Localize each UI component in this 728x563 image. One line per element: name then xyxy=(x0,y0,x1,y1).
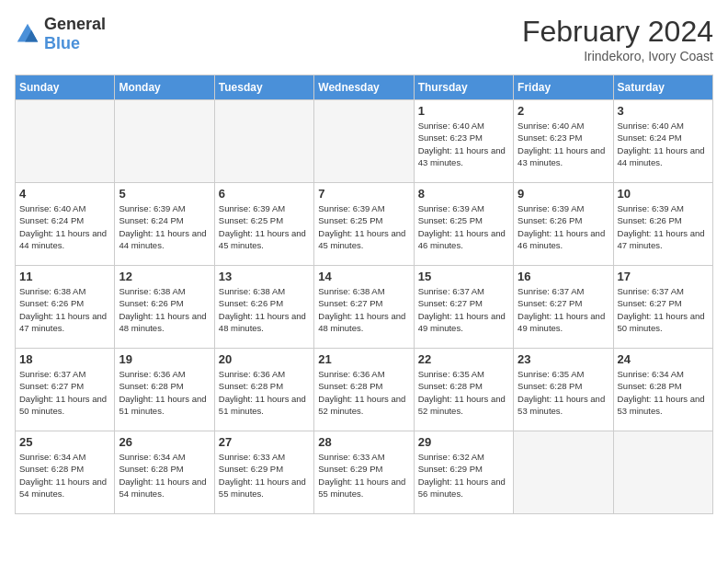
column-header-saturday: Saturday xyxy=(613,75,712,100)
calendar-cell: 17Sunrise: 6:37 AMSunset: 6:27 PMDayligh… xyxy=(613,266,712,349)
calendar-cell: 18Sunrise: 6:37 AMSunset: 6:27 PMDayligh… xyxy=(16,349,115,431)
day-sun-info: Sunrise: 6:39 AMSunset: 6:25 PMDaylight:… xyxy=(219,202,310,251)
day-number: 15 xyxy=(418,270,509,283)
day-sun-info: Sunrise: 6:39 AMSunset: 6:24 PMDaylight:… xyxy=(119,202,210,251)
calendar-cell: 15Sunrise: 6:37 AMSunset: 6:27 PMDayligh… xyxy=(414,266,513,349)
column-header-monday: Monday xyxy=(115,75,214,100)
day-sun-info: Sunrise: 6:37 AMSunset: 6:27 PMDaylight:… xyxy=(518,285,609,334)
calendar-cell: 11Sunrise: 6:38 AMSunset: 6:26 PMDayligh… xyxy=(16,266,115,349)
day-number: 17 xyxy=(618,270,709,283)
calendar-cell: 29Sunrise: 6:32 AMSunset: 6:29 PMDayligh… xyxy=(414,431,513,514)
day-number: 8 xyxy=(418,187,509,201)
calendar-week-row: 4Sunrise: 6:40 AMSunset: 6:24 PMDaylight… xyxy=(16,183,713,266)
calendar-cell: 23Sunrise: 6:35 AMSunset: 6:28 PMDayligh… xyxy=(514,349,613,431)
day-number: 5 xyxy=(119,187,210,201)
calendar-cell: 10Sunrise: 6:39 AMSunset: 6:26 PMDayligh… xyxy=(613,183,712,266)
day-sun-info: Sunrise: 6:36 AMSunset: 6:28 PMDaylight:… xyxy=(119,368,210,417)
day-number: 11 xyxy=(19,270,110,283)
day-number: 29 xyxy=(418,435,509,449)
day-number: 9 xyxy=(518,187,609,201)
calendar-week-row: 25Sunrise: 6:34 AMSunset: 6:28 PMDayligh… xyxy=(16,431,713,514)
calendar-cell: 6Sunrise: 6:39 AMSunset: 6:25 PMDaylight… xyxy=(214,183,313,266)
page-header: General Blue February 2024 Irindekoro, I… xyxy=(15,15,713,63)
calendar-cell: 27Sunrise: 6:33 AMSunset: 6:29 PMDayligh… xyxy=(214,431,313,514)
day-number: 7 xyxy=(318,187,409,201)
calendar-cell xyxy=(115,100,214,183)
day-sun-info: Sunrise: 6:35 AMSunset: 6:28 PMDaylight:… xyxy=(518,368,609,417)
day-number: 22 xyxy=(418,352,509,366)
calendar-cell: 7Sunrise: 6:39 AMSunset: 6:25 PMDaylight… xyxy=(314,183,414,266)
day-sun-info: Sunrise: 6:38 AMSunset: 6:26 PMDaylight:… xyxy=(19,285,110,334)
day-number: 3 xyxy=(618,104,709,118)
day-sun-info: Sunrise: 6:40 AMSunset: 6:23 PMDaylight:… xyxy=(418,120,509,168)
day-sun-info: Sunrise: 6:40 AMSunset: 6:23 PMDaylight:… xyxy=(518,120,609,168)
day-number: 13 xyxy=(219,270,310,283)
day-sun-info: Sunrise: 6:36 AMSunset: 6:28 PMDaylight:… xyxy=(318,368,409,417)
day-sun-info: Sunrise: 6:37 AMSunset: 6:27 PMDaylight:… xyxy=(19,368,110,417)
calendar-cell: 5Sunrise: 6:39 AMSunset: 6:24 PMDaylight… xyxy=(115,183,214,266)
day-sun-info: Sunrise: 6:34 AMSunset: 6:28 PMDaylight:… xyxy=(119,451,210,500)
location-subtitle: Irindekoro, Ivory Coast xyxy=(522,49,713,63)
day-sun-info: Sunrise: 6:36 AMSunset: 6:28 PMDaylight:… xyxy=(219,368,310,417)
calendar-week-row: 18Sunrise: 6:37 AMSunset: 6:27 PMDayligh… xyxy=(16,349,713,431)
day-number: 2 xyxy=(518,104,609,118)
day-number: 26 xyxy=(119,435,210,449)
day-sun-info: Sunrise: 6:38 AMSunset: 6:26 PMDaylight:… xyxy=(119,285,210,334)
column-header-thursday: Thursday xyxy=(414,75,513,100)
calendar-cell: 1Sunrise: 6:40 AMSunset: 6:23 PMDaylight… xyxy=(414,100,513,183)
day-sun-info: Sunrise: 6:33 AMSunset: 6:29 PMDaylight:… xyxy=(219,451,310,500)
calendar-cell: 25Sunrise: 6:34 AMSunset: 6:28 PMDayligh… xyxy=(16,431,115,514)
day-number: 10 xyxy=(618,187,709,201)
day-number: 23 xyxy=(518,352,609,366)
day-sun-info: Sunrise: 6:38 AMSunset: 6:26 PMDaylight:… xyxy=(219,285,310,334)
calendar-cell: 26Sunrise: 6:34 AMSunset: 6:28 PMDayligh… xyxy=(115,431,214,514)
calendar-cell: 12Sunrise: 6:38 AMSunset: 6:26 PMDayligh… xyxy=(115,266,214,349)
day-number: 21 xyxy=(318,352,409,366)
day-number: 18 xyxy=(19,352,110,366)
day-sun-info: Sunrise: 6:39 AMSunset: 6:25 PMDaylight:… xyxy=(318,202,409,251)
calendar-cell: 22Sunrise: 6:35 AMSunset: 6:28 PMDayligh… xyxy=(414,349,513,431)
calendar-cell: 9Sunrise: 6:39 AMSunset: 6:26 PMDaylight… xyxy=(514,183,613,266)
day-sun-info: Sunrise: 6:39 AMSunset: 6:26 PMDaylight:… xyxy=(518,202,609,251)
calendar-cell: 8Sunrise: 6:39 AMSunset: 6:25 PMDaylight… xyxy=(414,183,513,266)
day-sun-info: Sunrise: 6:38 AMSunset: 6:27 PMDaylight:… xyxy=(318,285,409,334)
day-sun-info: Sunrise: 6:40 AMSunset: 6:24 PMDaylight:… xyxy=(618,120,709,168)
calendar-cell xyxy=(613,431,712,514)
calendar-cell: 13Sunrise: 6:38 AMSunset: 6:26 PMDayligh… xyxy=(214,266,313,349)
header-row: SundayMondayTuesdayWednesdayThursdayFrid… xyxy=(16,75,713,100)
calendar-cell xyxy=(16,100,115,183)
calendar-cell: 28Sunrise: 6:33 AMSunset: 6:29 PMDayligh… xyxy=(314,431,414,514)
day-sun-info: Sunrise: 6:34 AMSunset: 6:28 PMDaylight:… xyxy=(19,451,110,500)
column-header-friday: Friday xyxy=(514,75,613,100)
calendar-cell xyxy=(514,431,613,514)
day-number: 1 xyxy=(418,104,509,118)
day-sun-info: Sunrise: 6:37 AMSunset: 6:27 PMDaylight:… xyxy=(618,285,709,334)
calendar-cell: 21Sunrise: 6:36 AMSunset: 6:28 PMDayligh… xyxy=(314,349,414,431)
calendar-cell: 3Sunrise: 6:40 AMSunset: 6:24 PMDaylight… xyxy=(613,100,712,183)
calendar-cell: 14Sunrise: 6:38 AMSunset: 6:27 PMDayligh… xyxy=(314,266,414,349)
column-header-sunday: Sunday xyxy=(16,75,115,100)
calendar-cell xyxy=(314,100,414,183)
calendar-table: SundayMondayTuesdayWednesdayThursdayFrid… xyxy=(15,75,713,514)
day-number: 19 xyxy=(119,352,210,366)
day-sun-info: Sunrise: 6:39 AMSunset: 6:26 PMDaylight:… xyxy=(618,202,709,251)
day-sun-info: Sunrise: 6:37 AMSunset: 6:27 PMDaylight:… xyxy=(418,285,509,334)
calendar-cell xyxy=(214,100,313,183)
day-sun-info: Sunrise: 6:32 AMSunset: 6:29 PMDaylight:… xyxy=(418,451,509,500)
logo-icon xyxy=(15,21,40,47)
day-sun-info: Sunrise: 6:34 AMSunset: 6:28 PMDaylight:… xyxy=(618,368,709,417)
day-number: 24 xyxy=(618,352,709,366)
calendar-cell: 19Sunrise: 6:36 AMSunset: 6:28 PMDayligh… xyxy=(115,349,214,431)
calendar-cell: 4Sunrise: 6:40 AMSunset: 6:24 PMDaylight… xyxy=(16,183,115,266)
calendar-week-row: 1Sunrise: 6:40 AMSunset: 6:23 PMDaylight… xyxy=(16,100,713,183)
calendar-cell: 20Sunrise: 6:36 AMSunset: 6:28 PMDayligh… xyxy=(214,349,313,431)
day-number: 14 xyxy=(318,270,409,283)
day-number: 6 xyxy=(219,187,310,201)
calendar-week-row: 11Sunrise: 6:38 AMSunset: 6:26 PMDayligh… xyxy=(16,266,713,349)
day-number: 20 xyxy=(219,352,310,366)
calendar-cell: 24Sunrise: 6:34 AMSunset: 6:28 PMDayligh… xyxy=(613,349,712,431)
calendar-cell: 16Sunrise: 6:37 AMSunset: 6:27 PMDayligh… xyxy=(514,266,613,349)
month-year-title: February 2024 xyxy=(522,15,713,49)
day-number: 28 xyxy=(318,435,409,449)
day-sun-info: Sunrise: 6:40 AMSunset: 6:24 PMDaylight:… xyxy=(19,202,110,251)
